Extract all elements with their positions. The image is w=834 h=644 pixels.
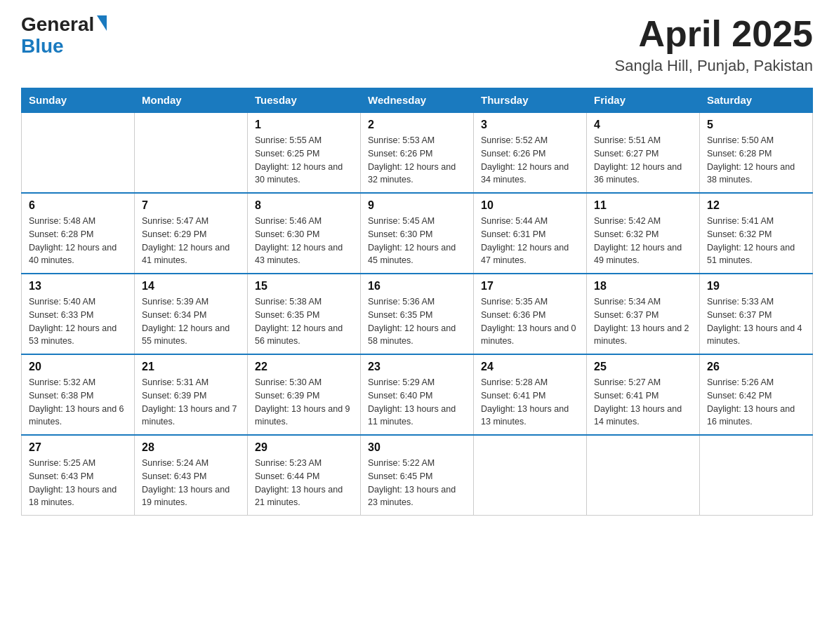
day-number: 8 [255,199,353,212]
calendar-cell: 18Sunrise: 5:34 AM Sunset: 6:37 PM Dayli… [587,274,700,354]
day-number: 11 [594,199,692,212]
calendar-cell: 5Sunrise: 5:50 AM Sunset: 6:28 PM Daylig… [700,112,813,193]
day-detail: Sunrise: 5:46 AM Sunset: 6:30 PM Dayligh… [255,215,353,267]
day-detail: Sunrise: 5:35 AM Sunset: 6:36 PM Dayligh… [481,295,579,348]
day-detail: Sunrise: 5:39 AM Sunset: 6:34 PM Dayligh… [142,295,240,348]
column-header-wednesday: Wednesday [361,88,474,113]
day-detail: Sunrise: 5:24 AM Sunset: 6:43 PM Dayligh… [142,457,240,509]
day-detail: Sunrise: 5:23 AM Sunset: 6:44 PM Dayligh… [255,457,353,509]
calendar-cell: 27Sunrise: 5:25 AM Sunset: 6:43 PM Dayli… [22,435,135,516]
calendar-cell: 19Sunrise: 5:33 AM Sunset: 6:37 PM Dayli… [700,274,813,354]
calendar-subtitle: Sangla Hill, Punjab, Pakistan [615,57,814,75]
day-detail: Sunrise: 5:28 AM Sunset: 6:41 PM Dayligh… [481,376,579,429]
day-number: 23 [368,361,466,373]
logo-general-text: General [21,14,94,36]
calendar-cell: 23Sunrise: 5:29 AM Sunset: 6:40 PM Dayli… [361,354,474,435]
day-detail: Sunrise: 5:51 AM Sunset: 6:27 PM Dayligh… [594,134,692,187]
calendar-cell: 29Sunrise: 5:23 AM Sunset: 6:44 PM Dayli… [248,435,361,516]
day-number: 24 [481,361,579,373]
column-header-tuesday: Tuesday [248,88,361,113]
day-detail: Sunrise: 5:40 AM Sunset: 6:33 PM Dayligh… [29,295,127,348]
calendar-cell: 22Sunrise: 5:30 AM Sunset: 6:39 PM Dayli… [248,354,361,435]
calendar-cell: 17Sunrise: 5:35 AM Sunset: 6:36 PM Dayli… [474,274,587,354]
day-number: 9 [368,199,466,212]
week-row-4: 20Sunrise: 5:32 AM Sunset: 6:38 PM Dayli… [22,354,813,435]
day-number: 30 [368,441,466,454]
day-detail: Sunrise: 5:55 AM Sunset: 6:25 PM Dayligh… [255,134,353,187]
column-header-saturday: Saturday [700,88,813,113]
page-header: General Blue April 2025 Sangla Hill, Pun… [21,14,813,75]
calendar-cell: 26Sunrise: 5:26 AM Sunset: 6:42 PM Dayli… [700,354,813,435]
day-number: 20 [29,361,127,373]
day-number: 25 [594,361,692,373]
day-number: 17 [481,280,579,293]
week-row-5: 27Sunrise: 5:25 AM Sunset: 6:43 PM Dayli… [22,435,813,516]
calendar-cell: 13Sunrise: 5:40 AM Sunset: 6:33 PM Dayli… [22,274,135,354]
calendar-cell: 12Sunrise: 5:41 AM Sunset: 6:32 PM Dayli… [700,193,813,274]
day-number: 18 [594,280,692,293]
calendar-cell: 4Sunrise: 5:51 AM Sunset: 6:27 PM Daylig… [587,112,700,193]
day-number: 26 [707,361,805,373]
calendar-cell: 15Sunrise: 5:38 AM Sunset: 6:35 PM Dayli… [248,274,361,354]
calendar-cell: 14Sunrise: 5:39 AM Sunset: 6:34 PM Dayli… [135,274,248,354]
day-detail: Sunrise: 5:29 AM Sunset: 6:40 PM Dayligh… [368,376,466,429]
calendar-cell [22,112,135,193]
calendar-cell: 30Sunrise: 5:22 AM Sunset: 6:45 PM Dayli… [361,435,474,516]
calendar-cell: 3Sunrise: 5:52 AM Sunset: 6:26 PM Daylig… [474,112,587,193]
calendar-cell: 2Sunrise: 5:53 AM Sunset: 6:26 PM Daylig… [361,112,474,193]
day-detail: Sunrise: 5:32 AM Sunset: 6:38 PM Dayligh… [29,376,127,429]
logo-blue-text: Blue [21,36,64,58]
day-number: 28 [142,441,240,454]
column-header-sunday: Sunday [22,88,135,113]
day-detail: Sunrise: 5:52 AM Sunset: 6:26 PM Dayligh… [481,134,579,187]
calendar-cell: 11Sunrise: 5:42 AM Sunset: 6:32 PM Dayli… [587,193,700,274]
calendar-cell: 16Sunrise: 5:36 AM Sunset: 6:35 PM Dayli… [361,274,474,354]
column-header-friday: Friday [587,88,700,113]
day-number: 5 [707,119,805,131]
column-header-thursday: Thursday [474,88,587,113]
calendar-cell: 1Sunrise: 5:55 AM Sunset: 6:25 PM Daylig… [248,112,361,193]
day-number: 7 [142,199,240,212]
day-number: 13 [29,280,127,293]
day-number: 4 [594,119,692,131]
day-number: 6 [29,199,127,212]
calendar-cell: 21Sunrise: 5:31 AM Sunset: 6:39 PM Dayli… [135,354,248,435]
day-number: 1 [255,119,353,131]
day-detail: Sunrise: 5:27 AM Sunset: 6:41 PM Dayligh… [594,376,692,429]
calendar-cell: 10Sunrise: 5:44 AM Sunset: 6:31 PM Dayli… [474,193,587,274]
day-detail: Sunrise: 5:38 AM Sunset: 6:35 PM Dayligh… [255,295,353,348]
title-block: April 2025 Sangla Hill, Punjab, Pakistan [615,14,814,75]
calendar-cell: 28Sunrise: 5:24 AM Sunset: 6:43 PM Dayli… [135,435,248,516]
day-number: 29 [255,441,353,454]
calendar-cell: 9Sunrise: 5:45 AM Sunset: 6:30 PM Daylig… [361,193,474,274]
day-detail: Sunrise: 5:53 AM Sunset: 6:26 PM Dayligh… [368,134,466,187]
week-row-1: 1Sunrise: 5:55 AM Sunset: 6:25 PM Daylig… [22,112,813,193]
day-number: 22 [255,361,353,373]
day-detail: Sunrise: 5:45 AM Sunset: 6:30 PM Dayligh… [368,215,466,267]
calendar-title: April 2025 [615,14,814,54]
day-detail: Sunrise: 5:34 AM Sunset: 6:37 PM Dayligh… [594,295,692,348]
day-number: 27 [29,441,127,454]
calendar-cell [700,435,813,516]
day-detail: Sunrise: 5:36 AM Sunset: 6:35 PM Dayligh… [368,295,466,348]
calendar-cell: 24Sunrise: 5:28 AM Sunset: 6:41 PM Dayli… [474,354,587,435]
calendar-header: SundayMondayTuesdayWednesdayThursdayFrid… [22,88,813,113]
calendar-cell [474,435,587,516]
day-detail: Sunrise: 5:44 AM Sunset: 6:31 PM Dayligh… [481,215,579,267]
calendar-body: 1Sunrise: 5:55 AM Sunset: 6:25 PM Daylig… [22,112,813,516]
calendar-table: SundayMondayTuesdayWednesdayThursdayFrid… [21,88,813,516]
day-number: 19 [707,280,805,293]
day-detail: Sunrise: 5:25 AM Sunset: 6:43 PM Dayligh… [29,457,127,509]
day-detail: Sunrise: 5:31 AM Sunset: 6:39 PM Dayligh… [142,376,240,429]
day-number: 2 [368,119,466,131]
calendar-cell: 8Sunrise: 5:46 AM Sunset: 6:30 PM Daylig… [248,193,361,274]
day-detail: Sunrise: 5:42 AM Sunset: 6:32 PM Dayligh… [594,215,692,267]
day-number: 15 [255,280,353,293]
calendar-cell [135,112,248,193]
day-detail: Sunrise: 5:26 AM Sunset: 6:42 PM Dayligh… [707,376,805,429]
day-number: 12 [707,199,805,212]
calendar-cell: 7Sunrise: 5:47 AM Sunset: 6:29 PM Daylig… [135,193,248,274]
week-row-3: 13Sunrise: 5:40 AM Sunset: 6:33 PM Dayli… [22,274,813,354]
day-detail: Sunrise: 5:41 AM Sunset: 6:32 PM Dayligh… [707,215,805,267]
logo-triangle-icon [97,15,107,31]
